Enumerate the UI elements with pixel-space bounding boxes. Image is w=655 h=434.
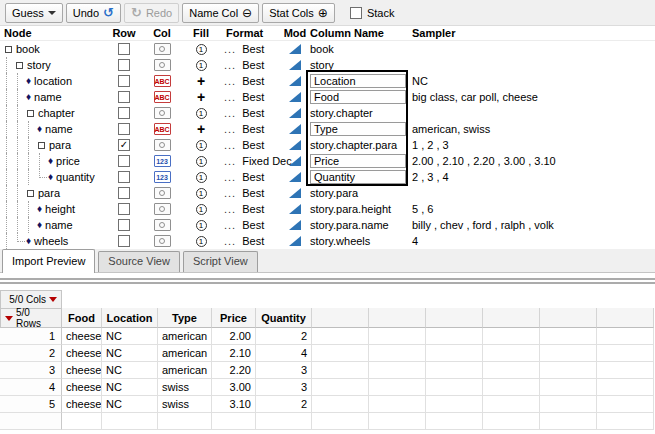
fill-once-icon[interactable]: 1 <box>196 156 207 167</box>
stack-checkbox[interactable] <box>350 7 362 19</box>
fill-once-icon[interactable]: 1 <box>196 220 207 231</box>
fill-plus-icon[interactable]: + <box>197 75 205 87</box>
row-checkbox[interactable] <box>118 107 130 119</box>
text-column-icon[interactable]: ABC <box>154 123 171 135</box>
generic-column-icon[interactable] <box>154 43 171 55</box>
row-checkbox[interactable] <box>118 171 130 183</box>
generic-column-icon[interactable] <box>154 107 171 119</box>
format-ellipsis-button[interactable]: ... <box>224 123 236 135</box>
fill-once-icon[interactable]: 1 <box>196 44 207 55</box>
fill-plus-icon[interactable]: + <box>197 123 205 135</box>
fill-once-icon[interactable]: 1 <box>196 140 207 151</box>
row-checkbox[interactable] <box>118 75 130 87</box>
column-name-input[interactable]: Food <box>310 90 406 104</box>
row-checkbox[interactable] <box>118 187 130 199</box>
generic-column-icon[interactable] <box>154 235 171 247</box>
fill-plus-icon[interactable]: + <box>197 91 205 103</box>
row-checkbox[interactable] <box>118 59 130 71</box>
fill-once-icon[interactable]: 1 <box>196 172 207 183</box>
tab-import-preview[interactable]: Import Preview <box>2 249 95 273</box>
redo-button[interactable]: ↻ Redo <box>124 3 179 23</box>
column-name-input[interactable]: Type <box>310 122 406 136</box>
column-header-empty <box>369 308 426 328</box>
generic-column-icon[interactable] <box>154 187 171 199</box>
row-checkbox[interactable] <box>118 91 130 103</box>
modeling-type-icon[interactable] <box>289 140 301 150</box>
modeling-type-icon[interactable] <box>289 76 301 86</box>
format-ellipsis-button[interactable]: ... <box>224 139 236 151</box>
fill-once-icon[interactable]: 1 <box>196 204 207 215</box>
node-label[interactable]: name <box>34 91 62 103</box>
numeric-column-icon[interactable]: 123 <box>154 171 171 183</box>
columns-menu[interactable]: 5/0 Cols <box>0 290 62 308</box>
generic-column-icon[interactable] <box>154 59 171 71</box>
column-name-input[interactable]: Price <box>310 154 406 168</box>
generic-column-icon[interactable] <box>154 219 171 231</box>
node-label[interactable]: quantity <box>56 171 95 183</box>
tree-row: para1...Beststory.para <box>0 185 655 201</box>
modeling-type-icon[interactable] <box>289 124 301 134</box>
format-ellipsis-button[interactable]: ... <box>224 91 236 103</box>
text-column-icon[interactable]: ABC <box>154 75 171 87</box>
format-ellipsis-button[interactable]: ... <box>224 171 236 183</box>
format-ellipsis-button[interactable]: ... <box>224 203 236 215</box>
modeling-type-icon[interactable] <box>289 204 301 214</box>
format-ellipsis-button[interactable]: ... <box>224 219 236 231</box>
node-label[interactable]: story <box>27 59 51 71</box>
modeling-type-icon[interactable] <box>289 60 301 70</box>
node-label[interactable]: price <box>56 155 80 167</box>
name-col-button[interactable]: Name Col ⊖ <box>182 3 259 23</box>
generic-column-icon[interactable] <box>154 139 171 151</box>
modeling-type-icon[interactable] <box>289 220 301 230</box>
tab-source-view[interactable]: Source View <box>98 251 180 272</box>
format-ellipsis-button[interactable]: ... <box>224 43 236 55</box>
modeling-type-icon[interactable] <box>289 156 301 166</box>
format-ellipsis-button[interactable]: ... <box>224 235 236 247</box>
node-label[interactable]: book <box>16 43 40 55</box>
fill-once-icon[interactable]: 1 <box>196 108 207 119</box>
fill-once-icon[interactable]: 1 <box>196 236 207 247</box>
node-label[interactable]: location <box>34 75 72 87</box>
node-label[interactable]: wheels <box>34 235 68 247</box>
generic-column-icon[interactable] <box>154 203 171 215</box>
node-label[interactable]: para <box>49 139 71 151</box>
fill-once-icon[interactable]: 1 <box>196 60 207 71</box>
row-checkbox[interactable] <box>118 203 130 215</box>
format-ellipsis-button[interactable]: ... <box>224 107 236 119</box>
format-ellipsis-button[interactable]: ... <box>224 59 236 71</box>
row-checkbox[interactable] <box>118 155 130 167</box>
row-checkbox[interactable] <box>118 123 130 135</box>
numeric-column-icon[interactable]: 123 <box>154 155 171 167</box>
modeling-type-icon[interactable] <box>289 92 301 102</box>
rows-menu[interactable]: 5/0 Rows <box>0 308 62 328</box>
row-checkbox[interactable] <box>118 43 130 55</box>
modeling-type-icon[interactable] <box>289 108 301 118</box>
fill-once-icon[interactable]: 1 <box>196 188 207 199</box>
column-name-input[interactable]: Location <box>310 74 406 88</box>
modeling-type-icon[interactable] <box>289 236 301 246</box>
undo-button[interactable]: Undo ↺ <box>66 3 121 23</box>
node-label[interactable]: height <box>45 203 75 215</box>
node-label[interactable]: name <box>45 219 73 231</box>
node-label[interactable]: name <box>45 123 73 135</box>
format-ellipsis-button[interactable]: ... <box>224 75 236 87</box>
node-label[interactable]: para <box>38 187 60 199</box>
text-column-icon[interactable]: ABC <box>154 91 171 103</box>
column-name-input[interactable]: Quantity <box>310 170 406 184</box>
header-format: Format <box>220 27 282 39</box>
row-checkbox[interactable] <box>118 235 130 247</box>
fill-cell: 1 <box>182 217 220 233</box>
modeling-type-icon[interactable] <box>289 44 301 54</box>
row-checkbox[interactable]: ✓ <box>118 139 130 151</box>
row-checkbox[interactable] <box>118 219 130 231</box>
tree-body: book1...Bestbookstory1...Beststory♦locat… <box>0 41 655 249</box>
tab-script-view[interactable]: Script View <box>183 251 258 272</box>
modeling-type-icon[interactable] <box>289 188 301 198</box>
format-ellipsis-button[interactable]: ... <box>224 155 236 167</box>
node-label[interactable]: chapter <box>38 107 75 119</box>
guess-button[interactable]: Guess <box>5 3 63 23</box>
stat-cols-button[interactable]: Stat Cols ⊕ <box>262 3 335 23</box>
splitter-handle[interactable] <box>0 278 655 284</box>
format-ellipsis-button[interactable]: ... <box>224 187 236 199</box>
modeling-type-icon[interactable] <box>289 172 301 182</box>
